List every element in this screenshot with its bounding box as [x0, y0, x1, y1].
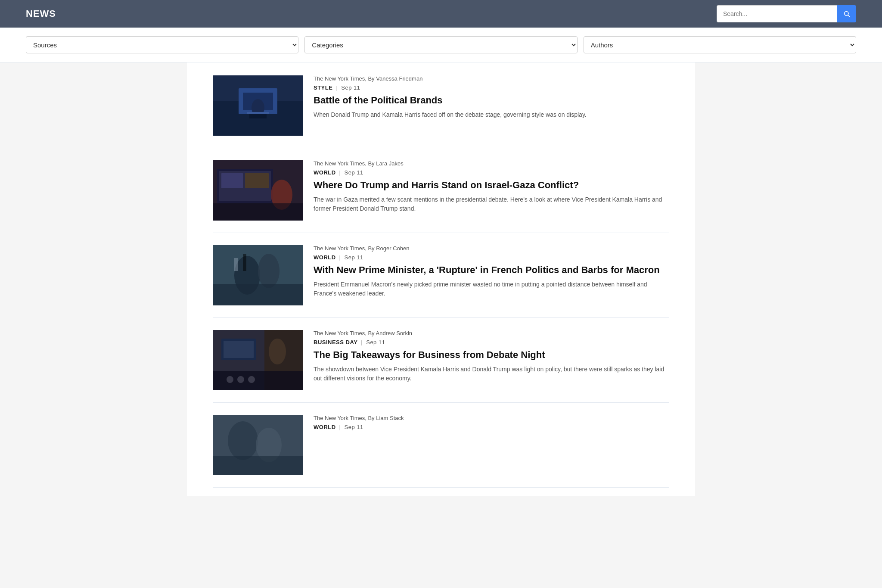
article-date: Sep 11 [345, 254, 363, 261]
article-title[interactable]: The Big Takeaways for Business from Deba… [314, 349, 669, 361]
svg-rect-37 [213, 456, 303, 475]
article-content: The New York Times, By Vanessa Friedman … [314, 75, 669, 136]
svg-rect-16 [213, 203, 303, 221]
article-meta: WORLD | Sep 11 [314, 424, 669, 430]
article-meta: WORLD | Sep 11 [314, 169, 669, 176]
svg-point-33 [248, 376, 255, 383]
article-content: The New York Times, By Andrew Sorkin BUS… [314, 330, 669, 390]
search-input[interactable] [717, 5, 837, 22]
categories-filter[interactable]: Categories [304, 36, 577, 53]
article-date: Sep 11 [345, 424, 363, 430]
meta-separator: | [339, 169, 341, 176]
meta-separator: | [336, 84, 338, 91]
svg-point-32 [237, 376, 244, 383]
article-thumbnail [213, 160, 303, 221]
svg-line-1 [848, 15, 850, 17]
article-meta: STYLE | Sep 11 [314, 84, 669, 91]
article-source: The New York Times, By Andrew Sorkin [314, 330, 669, 336]
svg-rect-13 [221, 173, 243, 188]
article-source: The New York Times, By Lara Jakes [314, 160, 669, 167]
svg-rect-8 [247, 112, 269, 114]
article-meta: BUSINESS DAY | Sep 11 [314, 339, 669, 345]
article-description: When Donald Trump and Kamala Harris face… [314, 110, 669, 120]
svg-point-31 [227, 376, 233, 383]
article-title[interactable]: With New Prime Minister, a 'Rupture' in … [314, 264, 669, 277]
article-thumbnail [213, 75, 303, 136]
search-icon [843, 10, 850, 17]
article-date: Sep 11 [366, 339, 385, 345]
article-thumbnail [213, 415, 303, 475]
search-container [717, 5, 856, 22]
article-category: WORLD [314, 424, 336, 430]
article-title[interactable]: Where Do Trump and Harris Stand on Israe… [314, 179, 669, 192]
article-category: STYLE [314, 84, 332, 91]
article-date: Sep 11 [345, 169, 363, 176]
svg-rect-28 [224, 341, 254, 358]
meta-separator: | [339, 254, 341, 261]
article-thumbnail [213, 330, 303, 390]
article-item[interactable]: The New York Times, By Roger Cohen WORLD… [213, 233, 669, 318]
article-thumbnail [213, 245, 303, 305]
article-item[interactable]: The New York Times, By Lara Jakes WORLD … [213, 148, 669, 233]
svg-rect-7 [249, 114, 267, 118]
article-content: The New York Times, By Roger Cohen WORLD… [314, 245, 669, 305]
search-button[interactable] [837, 5, 856, 22]
article-content: The New York Times, By Liam Stack WORLD … [314, 415, 669, 475]
app-title: NEWS [26, 8, 56, 19]
sources-filter[interactable]: Sources [26, 36, 298, 53]
article-content: The New York Times, By Lara Jakes WORLD … [314, 160, 669, 221]
svg-point-29 [269, 339, 286, 364]
article-category: BUSINESS DAY [314, 339, 357, 345]
article-item[interactable]: The New York Times, By Liam Stack WORLD … [213, 403, 669, 488]
svg-rect-22 [234, 258, 238, 271]
article-item[interactable]: The New York Times, By Vanessa Friedman … [213, 71, 669, 148]
article-title[interactable]: Battle of the Political Brands [314, 94, 669, 107]
svg-rect-14 [245, 173, 269, 188]
article-source: The New York Times, By Liam Stack [314, 415, 669, 421]
svg-rect-23 [243, 254, 246, 271]
article-category: WORLD [314, 254, 336, 261]
article-meta: WORLD | Sep 11 [314, 254, 669, 261]
article-description: The war in Gaza merited a few scant ment… [314, 195, 669, 214]
article-source: The New York Times, By Vanessa Friedman [314, 75, 669, 82]
meta-separator: | [361, 339, 363, 345]
article-category: WORLD [314, 169, 336, 176]
article-description: The showdown between Vice President Kama… [314, 365, 669, 383]
meta-separator: | [339, 424, 341, 430]
filters-bar: Sources Categories Authors [0, 28, 882, 62]
svg-rect-21 [213, 284, 303, 305]
svg-point-35 [228, 421, 258, 460]
articles-list: The New York Times, By Vanessa Friedman … [187, 62, 695, 496]
svg-point-20 [258, 254, 280, 288]
app-header: NEWS [0, 0, 882, 28]
article-date: Sep 11 [341, 84, 360, 91]
article-source: The New York Times, By Roger Cohen [314, 245, 669, 252]
article-item[interactable]: The New York Times, By Andrew Sorkin BUS… [213, 318, 669, 403]
authors-filter[interactable]: Authors [584, 36, 856, 53]
svg-rect-30 [213, 371, 303, 390]
article-description: President Emmanuel Macron's newly picked… [314, 280, 669, 299]
